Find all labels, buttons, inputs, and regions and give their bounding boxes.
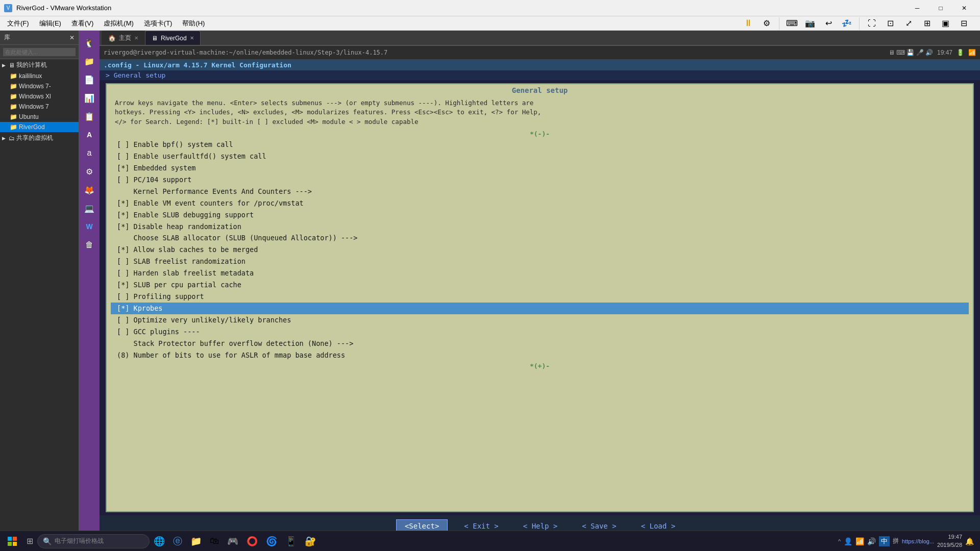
presentation-icon[interactable]: 📋 [81, 108, 97, 124]
svg-rect-0 [8, 537, 12, 541]
menu-item-userfaultfd: [ ] Enable userfaultfd() system call [111, 151, 969, 162]
doc-icon[interactable]: 📄 [81, 71, 97, 88]
notifications-button[interactable]: 🔔 [965, 537, 974, 545]
pause-button[interactable]: ⏸ [740, 15, 756, 32]
fit-guest-button[interactable]: ⊡ [882, 15, 898, 32]
unity-button[interactable]: ⊞ [919, 15, 935, 32]
sidebar-item-rivergod[interactable]: 📁 RiverGod [0, 122, 79, 132]
taskbar-explorer[interactable]: 📁 [186, 531, 206, 552]
sidebar-item-windows7b[interactable]: 📁 Windows 7 [0, 102, 79, 112]
text-a-icon[interactable]: A [81, 127, 97, 143]
revert-button[interactable]: ↩ [820, 15, 837, 32]
battery-icon: 🔋 [957, 49, 964, 56]
suspend-button[interactable]: 💤 [839, 15, 855, 32]
sidebar: 库 ✕ ▶ 🖥 我的计算机 📁 kaililinux [0, 31, 79, 537]
close-button[interactable]: ✕ [952, 0, 976, 16]
tray-arrow[interactable]: ^ [838, 538, 841, 544]
menu-item-slab-rand: [ ] SLAB freelist randomization [111, 256, 969, 267]
menu-file[interactable]: 文件(F) [2, 17, 34, 30]
vm-area: 🏠 主页 ✕ 🖥 RiverGod ✕ rivergod@rivergod-vi… [100, 31, 980, 537]
sidebar-item-shared-vms[interactable]: ▶ 🗂 共享的虚拟机 [0, 132, 79, 144]
menu-item-stack: Stack Protector buffer overflow detectio… [111, 338, 969, 349]
svg-rect-2 [8, 542, 12, 546]
rivergod-tab-label: RiverGod [161, 35, 187, 42]
console-button[interactable]: ▣ [937, 15, 953, 32]
search-input[interactable] [3, 48, 76, 56]
menu-item-pc104: [ ] PC/104 support [111, 174, 969, 186]
menu-item-aslr: (8) Number of bits to use for ASLR of mm… [111, 349, 969, 361]
ubuntu-icon[interactable]: 🐧 [81, 35, 97, 51]
taskbar-edge[interactable]: ⓔ [169, 531, 186, 552]
sidebar-item-ubuntu[interactable]: 📁 Ubuntu [0, 112, 79, 122]
vm-name: Ubuntu [19, 113, 39, 120]
menu-item-bpf: [ ] Enable bpf() system call [111, 139, 969, 151]
sidebar-search-area [0, 45, 79, 59]
svg-rect-3 [13, 542, 17, 546]
blog-link[interactable]: https://blog... [902, 538, 934, 544]
taskbar-ie[interactable]: 🌐 [150, 531, 169, 552]
menu-vm[interactable]: 虚拟机(M) [99, 17, 139, 30]
svg-rect-1 [13, 537, 17, 541]
taskbar-store[interactable]: 🛍 [206, 531, 223, 552]
start-button[interactable] [2, 531, 22, 552]
w-icon[interactable]: W [81, 218, 97, 235]
stretch-button[interactable]: ⤢ [900, 15, 917, 32]
help-line-3: </> for Search. Legend: [*] built-in [ ]… [115, 117, 965, 127]
amazon-icon[interactable]: a [81, 145, 97, 161]
taskbar-right: ^ 👤 📶 🔊 中 拼 https://blog... 19:47 2019/5… [834, 533, 978, 549]
menu-tabs[interactable]: 选项卡(T) [139, 17, 178, 30]
sidebar-title: 库 [4, 33, 10, 42]
ime-mode[interactable]: 拼 [893, 537, 899, 545]
send-ctrl-alt-del[interactable]: ⌨ [783, 15, 800, 32]
menu-item-slab-merge: [*] Allow slab caches to be merged [111, 244, 969, 256]
calc-icon[interactable]: 📊 [81, 90, 97, 106]
vm-settings-button[interactable]: ⚙ [758, 15, 775, 32]
kconfig-menu-items: [ ] Enable bpf() system call [ ] Enable … [107, 139, 973, 361]
home-tab-close[interactable]: ✕ [134, 35, 138, 41]
minimize-button[interactable]: ─ [905, 0, 929, 16]
menu-edit[interactable]: 编辑(E) [34, 17, 66, 30]
clock[interactable]: 19:47 2019/5/28 [937, 533, 962, 549]
menu-bar: 文件(F) 编辑(E) 查看(V) 虚拟机(M) 选项卡(T) 帮助(H) ⏸ … [0, 16, 980, 31]
menu-help[interactable]: 帮助(H) [177, 17, 210, 30]
tabs-bar: 🏠 主页 ✕ 🖥 RiverGod ✕ [100, 31, 980, 46]
taskbar-opera[interactable]: ⭕ [242, 531, 262, 552]
clock-time: 19:47 [937, 533, 962, 541]
fullscreen-button[interactable]: ⛶ [864, 15, 880, 32]
sidebar-my-computer[interactable]: ▶ 🖥 我的计算机 [0, 59, 79, 71]
help-line-2: hotkeys. Pressing <Y> includes, <N> excl… [115, 108, 965, 117]
window-title: RiverGod - VMware Workstation [16, 4, 111, 12]
rivergod-tab-icon: 🖥 [152, 35, 158, 42]
kconfig-window: .config - Linux/arm 4.15.7 Kernel Config… [100, 60, 980, 537]
tab-home[interactable]: 🏠 主页 ✕ [102, 31, 145, 45]
task-view-button[interactable]: ⊞ [22, 531, 37, 552]
terminal-icon[interactable]: 💻 [81, 200, 97, 216]
taskbar-search[interactable]: 🔍 电子烟打嗝价格战 [37, 534, 150, 548]
firefox-icon[interactable]: 🦊 [81, 182, 97, 198]
address-bar: rivergod@rivergod-virtual-machine:~/onli… [100, 46, 980, 59]
kconfig-section-title: General setup [107, 84, 973, 96]
taskbar-app7[interactable]: 📱 [281, 531, 301, 552]
view-button[interactable]: ⊟ [955, 15, 972, 32]
maximize-button[interactable]: □ [929, 0, 952, 16]
sidebar-item-windowsxl[interactable]: 📁 Windows Xl [0, 91, 79, 102]
menu-item-profiling: [ ] Profiling support [111, 291, 969, 303]
menu-view[interactable]: 查看(V) [66, 17, 99, 30]
sidebar-item-kaililinux[interactable]: 📁 kaililinux [0, 71, 79, 81]
sidebar-close[interactable]: ✕ [69, 34, 75, 41]
menu-item-kprobes[interactable]: [*] Kprobes [111, 303, 969, 314]
taskbar-game[interactable]: 🎮 [223, 531, 242, 552]
taskbar-app8[interactable]: 🔐 [301, 531, 320, 552]
files-icon[interactable]: 📁 [81, 53, 97, 69]
taskbar-chrome[interactable]: 🌀 [262, 531, 281, 552]
search-placeholder: 电子烟打嗝价格战 [55, 537, 104, 545]
menu-item-slub-cpu: [*] SLUB per cpu partial cache [111, 279, 969, 291]
sidebar-item-windows7a[interactable]: 📁 Windows 7- [0, 81, 79, 91]
snapshot-button[interactable]: 📷 [802, 15, 818, 32]
chinese-ime[interactable]: 中 [879, 536, 890, 546]
trash-icon[interactable]: 🗑 [81, 237, 97, 253]
menu-item-slub-debug: [*] Enable SLUB debugging support [111, 209, 969, 221]
rivergod-tab-close[interactable]: ✕ [190, 35, 194, 41]
settings-icon[interactable]: ⚙ [81, 163, 97, 180]
tab-rivergod[interactable]: 🖥 RiverGod ✕ [145, 31, 201, 45]
